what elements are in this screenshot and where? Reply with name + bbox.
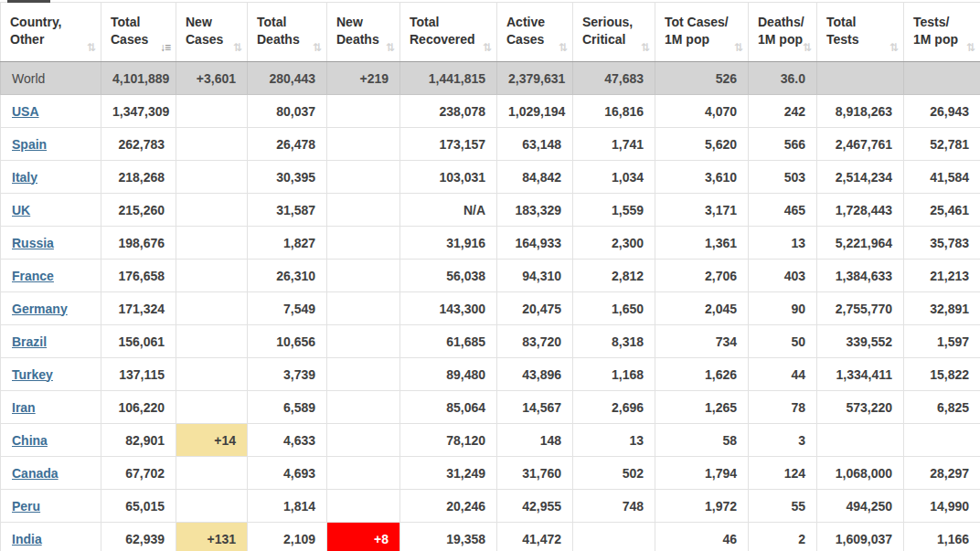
data-cell: 2,467,761 <box>817 128 904 161</box>
data-cell: 465 <box>749 194 817 227</box>
data-cell: 1,972 <box>655 490 749 523</box>
data-cell <box>176 391 248 424</box>
country-link[interactable]: India <box>12 532 42 546</box>
header-cell-8[interactable]: Tot Cases/ 1M pop⇅ <box>655 3 749 62</box>
country-cell: India <box>1 523 101 551</box>
country-link[interactable]: Russia <box>12 236 54 250</box>
data-cell: 26,943 <box>904 95 980 128</box>
header-cell-1[interactable]: Total Cases↓≡ <box>101 3 176 62</box>
header-cell-5[interactable]: Total Recovered⇅ <box>400 3 497 62</box>
data-cell: 14,990 <box>904 490 980 523</box>
sort-both-icon: ⇅ <box>803 41 811 54</box>
data-cell: 44 <box>749 358 817 391</box>
data-cell: 137,115 <box>101 358 176 391</box>
data-cell: 106,220 <box>101 391 176 424</box>
data-cell: 1,650 <box>573 292 655 325</box>
header-cell-3[interactable]: Total Deaths⇅ <box>248 3 327 62</box>
data-cell: 748 <box>573 490 655 523</box>
data-cell: 65,015 <box>101 490 176 523</box>
table-row: Peru65,0151,81420,24642,9557481,97255494… <box>1 490 980 523</box>
data-cell: 734 <box>655 325 749 358</box>
country-link[interactable]: Canada <box>12 466 59 481</box>
header-label: Total Tests <box>826 14 859 48</box>
header-label: Total Recovered <box>410 14 475 48</box>
country-link[interactable]: Iran <box>12 400 36 415</box>
data-cell: +8 <box>327 523 400 551</box>
data-cell: 6,589 <box>248 391 327 424</box>
header-cell-0[interactable]: Country, Other⇅ <box>1 3 101 62</box>
data-cell: 1,827 <box>248 227 327 260</box>
data-cell: 242 <box>749 95 817 128</box>
data-cell: 36.0 <box>749 62 817 95</box>
data-cell: 13 <box>573 424 655 457</box>
data-cell <box>327 490 400 523</box>
data-cell: 1,166 <box>904 523 980 551</box>
header-cell-2[interactable]: New Cases⇅ <box>176 3 248 62</box>
data-cell <box>327 358 400 391</box>
data-cell: 80,037 <box>248 95 327 128</box>
data-cell: 41,472 <box>497 523 573 551</box>
data-cell: 4,693 <box>248 457 327 490</box>
data-cell: 103,031 <box>400 161 497 194</box>
table-row: Turkey137,1153,73989,48043,8961,1681,626… <box>1 358 980 391</box>
table-row: India62,939+1312,109+819,35841,4724621,6… <box>1 523 980 551</box>
data-cell: 8,318 <box>573 325 655 358</box>
table-row: UK215,26031,587N/A183,3291,5593,1714651,… <box>1 194 980 227</box>
data-cell: 41,584 <box>904 161 980 194</box>
sort-both-icon: ⇅ <box>734 41 742 54</box>
data-cell: +219 <box>327 62 400 95</box>
data-cell: 2,300 <box>573 227 655 260</box>
covid-stats-table: Country, Other⇅Total Cases↓≡New Cases⇅To… <box>0 2 980 551</box>
country-cell: USA <box>1 95 101 128</box>
data-cell <box>327 424 400 457</box>
country-link[interactable]: Italy <box>12 170 37 185</box>
country-link[interactable]: Turkey <box>12 367 53 382</box>
data-cell: 30,395 <box>248 161 327 194</box>
sort-both-icon: ⇅ <box>386 41 394 54</box>
table-row: Russia198,6761,82731,916164,9332,3001,36… <box>1 227 980 260</box>
sort-both-icon: ⇅ <box>641 41 649 54</box>
header-label: Tests/ 1M pop <box>913 14 958 48</box>
country-link[interactable]: Spain <box>12 137 47 152</box>
data-cell: 2,812 <box>573 260 655 292</box>
header-cell-10[interactable]: Total Tests⇅ <box>817 3 904 62</box>
header-label: Total Cases <box>111 14 148 48</box>
country-cell: Brazil <box>1 325 101 358</box>
country-link[interactable]: USA <box>12 104 39 119</box>
data-cell: 148 <box>497 424 573 457</box>
data-cell: 1,741 <box>573 128 655 161</box>
data-cell: 1,034 <box>573 161 655 194</box>
sort-both-icon: ⇅ <box>483 41 491 54</box>
country-link[interactable]: France <box>12 269 54 283</box>
data-cell <box>176 292 248 325</box>
data-cell: 502 <box>573 457 655 490</box>
country-link[interactable]: Peru <box>12 499 40 514</box>
sort-both-icon: ⇅ <box>559 41 567 54</box>
data-cell: 63,148 <box>497 128 573 161</box>
data-cell: 21,213 <box>904 260 980 292</box>
country-cell: Russia <box>1 227 101 260</box>
header-cell-6[interactable]: Active Cases⇅ <box>497 3 573 62</box>
data-cell: 262,783 <box>101 128 176 161</box>
header-cell-11[interactable]: Tests/ 1M pop⇅ <box>904 3 980 62</box>
table-row: Iran106,2206,58985,06414,5672,6961,26578… <box>1 391 980 424</box>
data-cell: 176,658 <box>101 260 176 292</box>
data-cell: 20,475 <box>497 292 573 325</box>
data-cell: 61,685 <box>400 325 497 358</box>
data-cell: 3,610 <box>655 161 749 194</box>
header-cell-9[interactable]: Deaths/ 1M pop⇅ <box>749 3 817 62</box>
header-label: Tot Cases/ 1M pop <box>665 14 729 48</box>
country-link[interactable]: UK <box>12 203 30 217</box>
sort-both-icon: ⇅ <box>966 41 975 54</box>
data-cell: 215,260 <box>101 194 176 227</box>
data-cell: 3,171 <box>655 194 749 227</box>
country-link[interactable]: Brazil <box>12 334 47 349</box>
data-cell: 56,038 <box>400 260 497 292</box>
country-cell: Spain <box>1 128 101 161</box>
header-cell-7[interactable]: Serious, Critical⇅ <box>573 3 655 62</box>
data-cell <box>176 227 248 260</box>
data-cell: 1,361 <box>655 227 749 260</box>
header-cell-4[interactable]: New Deaths⇅ <box>327 3 400 62</box>
country-link[interactable]: China <box>12 433 48 448</box>
country-link[interactable]: Germany <box>12 302 68 316</box>
